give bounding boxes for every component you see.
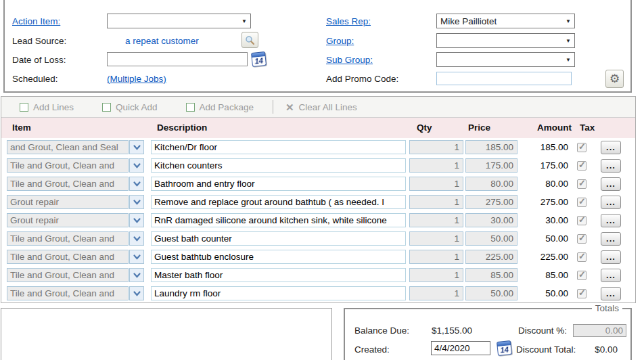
scheduled-multiple-jobs-link[interactable]: (Multiple Jobs) <box>107 74 166 84</box>
qty-input[interactable] <box>409 286 463 300</box>
action-item-select[interactable]: ▼ <box>107 14 251 28</box>
promo-code-input[interactable] <box>436 72 572 85</box>
tax-checkbox[interactable]: ✓ <box>577 143 586 152</box>
qty-input[interactable] <box>409 140 463 154</box>
item-chevron-down-icon[interactable] <box>129 231 144 246</box>
row-options-button[interactable]: ... <box>601 141 621 154</box>
tax-checkbox[interactable]: ✓ <box>577 252 586 262</box>
qty-input[interactable] <box>409 268 463 282</box>
qty-input[interactable] <box>409 158 463 173</box>
date-of-loss-calendar-icon[interactable]: 14 <box>251 51 267 67</box>
item-chevron-down-icon[interactable] <box>129 250 144 264</box>
created-calendar-icon[interactable]: 14 <box>497 340 512 356</box>
tax-checkbox[interactable]: ✓ <box>577 216 586 225</box>
sales-rep-select[interactable]: Mike Pailliotet ▼ <box>436 14 575 28</box>
price-input[interactable] <box>465 250 518 264</box>
description-input[interactable] <box>151 231 406 246</box>
qty-input[interactable] <box>409 195 463 209</box>
description-input[interactable] <box>151 268 406 282</box>
item-chevron-down-icon[interactable] <box>129 158 144 173</box>
add-package-button[interactable]: Add Package <box>186 102 254 112</box>
line-items: 185.00 ✓ ... 175.00 ✓ ... 80.00 ✓ ... <box>1 138 635 302</box>
description-input[interactable] <box>151 286 406 300</box>
discount-pct-input[interactable] <box>573 324 626 337</box>
tax-checkbox[interactable]: ✓ <box>577 161 586 171</box>
row-options-button[interactable]: ... <box>601 177 621 191</box>
description-input[interactable] <box>151 177 406 191</box>
price-input[interactable] <box>465 286 518 300</box>
tax-checkbox[interactable]: ✓ <box>577 179 586 189</box>
created-label: Created: <box>354 344 390 355</box>
price-input[interactable] <box>465 268 518 282</box>
description-input[interactable] <box>151 250 406 264</box>
calendar-day: 14 <box>252 56 267 67</box>
qty-input[interactable] <box>409 231 463 246</box>
description-input[interactable] <box>151 158 406 173</box>
calendar-day: 14 <box>497 345 512 356</box>
lead-source-value[interactable]: a repeat customer <box>125 36 199 46</box>
discount-total-label: Discount Total: <box>516 344 576 355</box>
add-package-label: Add Package <box>200 102 254 112</box>
description-input[interactable] <box>151 213 406 227</box>
price-input[interactable] <box>465 231 518 246</box>
add-package-icon <box>186 103 195 112</box>
tax-checkbox[interactable]: ✓ <box>577 198 586 207</box>
item-input[interactable] <box>7 231 129 246</box>
item-chevron-down-icon[interactable] <box>129 140 144 154</box>
item-input[interactable] <box>7 177 129 191</box>
qty-input[interactable] <box>409 177 463 191</box>
clear-all-lines-button[interactable]: ✕ Clear All Lines <box>285 102 357 112</box>
lead-source-search-button[interactable] <box>242 32 258 48</box>
price-input[interactable] <box>465 195 518 209</box>
check-icon: ✓ <box>578 141 586 152</box>
row-options-button[interactable]: ... <box>601 269 621 282</box>
action-item-link[interactable]: Action Item: <box>12 16 60 26</box>
tax-checkbox[interactable]: ✓ <box>577 271 586 280</box>
toolbar-separator <box>273 100 273 114</box>
item-chevron-down-icon[interactable] <box>129 286 144 300</box>
item-input[interactable] <box>7 213 129 227</box>
sub-group-link[interactable]: Sub Group: <box>326 55 373 65</box>
row-options-button[interactable]: ... <box>601 232 621 246</box>
sales-rep-link[interactable]: Sales Rep: <box>326 16 371 26</box>
group-select[interactable]: ▼ <box>436 33 575 48</box>
table-row: 50.00 ✓ ... <box>1 229 635 248</box>
sub-group-select[interactable]: ▼ <box>436 52 575 67</box>
clear-all-lines-label: Clear All Lines <box>298 102 356 112</box>
row-options-button[interactable]: ... <box>601 196 621 209</box>
row-options-button[interactable]: ... <box>601 250 621 264</box>
table-row: 50.00 ✓ ... <box>1 284 635 302</box>
tax-checkbox[interactable]: ✓ <box>577 234 586 244</box>
row-options-button[interactable]: ... <box>601 214 621 227</box>
row-options-button[interactable]: ... <box>601 159 621 173</box>
description-input[interactable] <box>151 140 406 154</box>
promo-settings-button[interactable]: ⚙ <box>605 70 624 88</box>
item-input[interactable] <box>7 140 129 154</box>
item-input[interactable] <box>7 286 129 300</box>
price-input[interactable] <box>465 140 518 154</box>
qty-input[interactable] <box>409 250 463 264</box>
add-lines-button[interactable]: Add Lines <box>20 102 74 112</box>
price-input[interactable] <box>465 177 518 191</box>
item-chevron-down-icon[interactable] <box>129 195 144 209</box>
item-input[interactable] <box>7 158 129 173</box>
price-input[interactable] <box>465 158 518 173</box>
group-link[interactable]: Group: <box>326 36 354 46</box>
item-input[interactable] <box>7 268 129 282</box>
created-date-input[interactable] <box>431 341 490 355</box>
row-options-button[interactable]: ... <box>601 287 621 300</box>
tax-checkbox[interactable]: ✓ <box>577 289 586 298</box>
item-chevron-down-icon[interactable] <box>129 213 144 227</box>
item-input[interactable] <box>7 195 129 209</box>
header-qty: Qty <box>417 122 432 133</box>
price-input[interactable] <box>465 213 518 227</box>
description-input[interactable] <box>151 195 406 209</box>
dropdown-arrow-icon: ▼ <box>562 18 574 24</box>
qty-input[interactable] <box>409 213 463 227</box>
quick-add-button[interactable]: Quick Add <box>102 102 158 112</box>
item-chevron-down-icon[interactable] <box>129 268 144 282</box>
item-input[interactable] <box>7 250 129 264</box>
date-of-loss-input[interactable] <box>107 52 248 66</box>
discount-total-value: $0.00 <box>591 344 618 355</box>
item-chevron-down-icon[interactable] <box>129 177 144 191</box>
